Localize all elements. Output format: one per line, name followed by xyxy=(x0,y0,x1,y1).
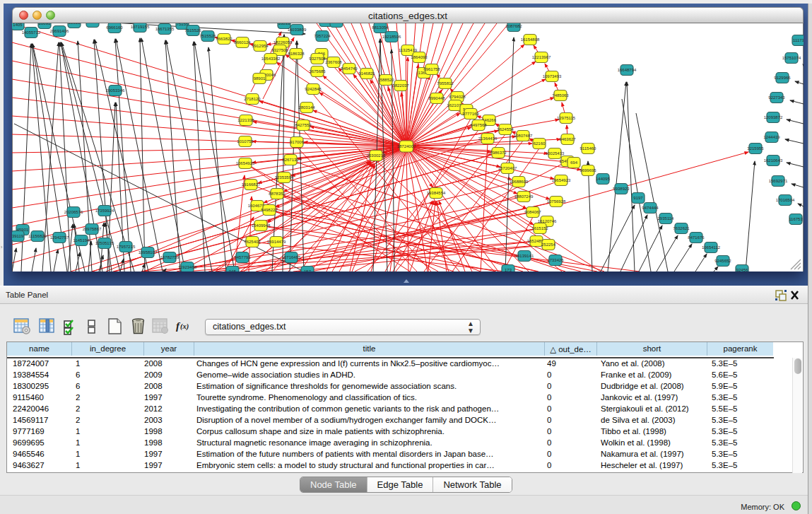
svg-text:9463627: 9463627 xyxy=(559,137,576,141)
svg-text:15692971: 15692971 xyxy=(769,179,788,183)
svg-text:5938923: 5938923 xyxy=(613,187,630,191)
svg-text:3675685: 3675685 xyxy=(309,69,326,74)
svg-text:7986372: 7986372 xyxy=(490,151,507,155)
svg-text:19654923: 19654923 xyxy=(552,178,571,182)
svg-text:1733426: 1733426 xyxy=(547,258,564,262)
svg-text:14139141: 14139141 xyxy=(515,254,534,258)
svg-text:18807249: 18807249 xyxy=(514,194,534,199)
svg-text:17359924: 17359924 xyxy=(95,209,114,213)
svg-text:2935114: 2935114 xyxy=(658,216,675,221)
svg-text:16671355: 16671355 xyxy=(155,27,175,31)
svg-text:16033809: 16033809 xyxy=(288,28,307,32)
svg-text:10688609: 10688609 xyxy=(510,180,529,184)
svg-text:1615152: 1615152 xyxy=(531,226,548,230)
svg-text:6497568: 6497568 xyxy=(470,123,487,127)
svg-text:7515526: 7515526 xyxy=(184,28,201,33)
svg-text:1405: 1405 xyxy=(13,23,23,27)
svg-text:17957215: 17957215 xyxy=(117,245,136,249)
svg-text:8186328: 8186328 xyxy=(288,52,305,56)
svg-text:92456: 92456 xyxy=(736,268,748,271)
svg-text:75155: 75155 xyxy=(177,23,189,26)
svg-text:9699695: 9699695 xyxy=(579,168,596,173)
svg-text:15276: 15276 xyxy=(87,23,99,24)
svg-text:9242848: 9242848 xyxy=(305,87,322,91)
svg-text:16210643: 16210643 xyxy=(764,158,783,163)
svg-text:12353594: 12353594 xyxy=(275,175,294,180)
svg-text:19166827: 19166827 xyxy=(242,182,261,187)
svg-text:(x): (x) xyxy=(180,322,189,331)
svg-text:20691: 20691 xyxy=(39,23,51,25)
svg-text:7515526: 7515526 xyxy=(199,34,216,38)
svg-text:6794028: 6794028 xyxy=(449,95,466,99)
svg-text:9474444: 9474444 xyxy=(642,206,659,210)
svg-text:116753: 116753 xyxy=(789,217,803,221)
svg-text:2087682: 2087682 xyxy=(505,24,522,28)
svg-text:11173: 11173 xyxy=(793,38,804,42)
svg-text:9146821: 9146821 xyxy=(358,71,375,76)
svg-text:16914479: 16914479 xyxy=(267,240,286,244)
svg-text:3912954: 3912954 xyxy=(252,44,269,48)
svg-text:8471676: 8471676 xyxy=(688,235,705,240)
svg-text:9245652: 9245652 xyxy=(714,259,731,263)
svg-text:7357224: 7357224 xyxy=(314,34,331,38)
svg-text:9327506: 9327506 xyxy=(271,48,288,52)
svg-text:10543382: 10543382 xyxy=(261,57,281,61)
svg-text:20975867: 20975867 xyxy=(83,227,102,231)
svg-text:16033: 16033 xyxy=(278,23,290,25)
svg-text:16782759: 16782759 xyxy=(160,255,180,259)
svg-text:15409948: 15409948 xyxy=(252,223,271,228)
svg-text:157: 157 xyxy=(304,269,312,271)
svg-text:9084067: 9084067 xyxy=(524,210,541,214)
svg-text:20691406: 20691406 xyxy=(50,29,69,33)
svg-text:10654112: 10654112 xyxy=(702,245,721,250)
svg-text:8813054: 8813054 xyxy=(372,25,389,30)
svg-text:5498222: 5498222 xyxy=(261,208,278,212)
svg-text:2367608: 2367608 xyxy=(325,60,342,64)
svg-text:8660124: 8660124 xyxy=(234,40,251,45)
svg-text:25300213: 25300213 xyxy=(367,153,386,158)
svg-text:39119: 39119 xyxy=(12,234,24,238)
svg-text:8990448: 8990448 xyxy=(428,96,445,100)
svg-text:7485063: 7485063 xyxy=(552,93,569,98)
svg-text:11156829: 11156829 xyxy=(28,234,47,238)
svg-text:252254: 252254 xyxy=(541,243,556,247)
svg-text:1145194: 1145194 xyxy=(73,238,90,243)
svg-text:10973493: 10973493 xyxy=(543,74,562,78)
svg-text:12942757: 12942757 xyxy=(50,235,69,240)
svg-text:2803144: 2803144 xyxy=(298,105,315,110)
svg-text:945: 945 xyxy=(229,269,237,271)
svg-text:917006: 917006 xyxy=(290,140,305,144)
svg-text:1244419: 1244419 xyxy=(763,135,780,139)
svg-text:15720407: 15720407 xyxy=(498,166,517,170)
svg-text:12093872: 12093872 xyxy=(764,115,783,119)
svg-text:9457791: 9457791 xyxy=(234,255,251,259)
svg-text:7663822: 7663822 xyxy=(216,37,233,41)
svg-text:2718120: 2718120 xyxy=(244,97,261,101)
svg-text:10653: 10653 xyxy=(69,23,81,25)
svg-text:12213967: 12213967 xyxy=(532,55,551,59)
svg-text:62160: 62160 xyxy=(534,141,546,146)
svg-text:10756928: 10756928 xyxy=(547,199,566,204)
svg-text:9327508: 9327508 xyxy=(309,57,326,61)
svg-text:8267130: 8267130 xyxy=(282,158,299,162)
svg-text:10654925: 10654925 xyxy=(236,161,255,165)
svg-text:5822037: 5822037 xyxy=(392,83,409,88)
svg-text:20053346: 20053346 xyxy=(106,88,125,93)
svg-text:9227343: 9227343 xyxy=(768,95,785,100)
svg-text:18226058: 18226058 xyxy=(273,40,293,45)
svg-text:18724007: 18724007 xyxy=(397,144,416,148)
svg-text:17016504: 17016504 xyxy=(776,198,795,202)
svg-text:10807487: 10807487 xyxy=(514,134,533,138)
svg-text:1221338: 1221338 xyxy=(237,118,254,122)
svg-text:3215955: 3215955 xyxy=(747,146,764,151)
svg-text:9115460: 9115460 xyxy=(580,146,597,151)
svg-text:98901: 98901 xyxy=(254,76,266,81)
svg-text:15716485: 15716485 xyxy=(282,255,301,259)
svg-text:10719155: 10719155 xyxy=(131,25,150,29)
svg-text:19218506: 19218506 xyxy=(382,35,401,39)
svg-text:15751074: 15751074 xyxy=(782,56,801,60)
svg-text:173: 173 xyxy=(505,268,512,271)
svg-text:1010755: 1010755 xyxy=(237,139,254,144)
svg-text:10025433: 10025433 xyxy=(546,151,565,156)
svg-text:11923468: 11923468 xyxy=(178,265,197,269)
